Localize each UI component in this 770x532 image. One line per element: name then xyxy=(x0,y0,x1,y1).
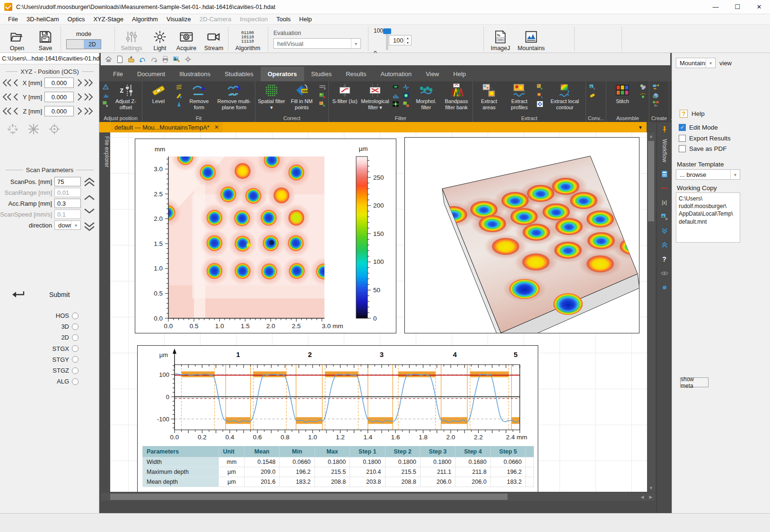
create3-icon[interactable]: S+ xyxy=(651,100,660,108)
extract-profiles-button[interactable]: Extract profiles xyxy=(504,82,534,111)
lines-yellow-icon[interactable] xyxy=(175,83,183,91)
menu-algorithm[interactable]: Algorithm xyxy=(128,15,162,24)
record-icon[interactable] xyxy=(659,282,670,293)
spin-down-icon[interactable]: ▼ xyxy=(404,40,411,45)
link-green-icon[interactable] xyxy=(639,92,647,99)
map-plus-icon[interactable] xyxy=(101,100,110,108)
tab-list-chevron-icon[interactable]: ▼ xyxy=(638,125,643,130)
intensity-spinbox[interactable]: 100 ▲▼ xyxy=(389,35,411,45)
map-mini-icon[interactable] xyxy=(402,100,410,108)
step-far-right-icon[interactable] xyxy=(83,93,94,101)
mountains-button[interactable]: Mountains xyxy=(516,27,547,52)
spot-green-icon[interactable] xyxy=(402,92,410,99)
lines-gray-icon[interactable] xyxy=(318,83,326,91)
radio-circle[interactable] xyxy=(72,334,79,341)
radio-circle[interactable] xyxy=(72,378,79,385)
radio-hos[interactable]: HOS xyxy=(49,312,79,319)
ribbon-tab-view[interactable]: View xyxy=(419,67,446,81)
map-x-icon[interactable] xyxy=(318,92,326,99)
undo-icon[interactable] xyxy=(138,54,147,64)
capsule-icon[interactable] xyxy=(588,92,596,99)
pulse-icon[interactable] xyxy=(402,83,410,91)
help-context-icon[interactable]: ? xyxy=(659,254,670,264)
imageadd-icon[interactable] xyxy=(172,54,181,64)
scroll-down-icon[interactable]: ▼ xyxy=(647,484,655,492)
radio-circle[interactable] xyxy=(72,356,79,363)
goto-center-icon[interactable] xyxy=(48,123,61,135)
step-right-icon[interactable] xyxy=(76,93,83,101)
stitch-button[interactable]: Stitch xyxy=(607,82,638,105)
chevron-down-icon[interactable]: ▾ xyxy=(730,170,740,179)
mode-toggle-2d[interactable]: 2D xyxy=(84,40,101,49)
step-right-icon[interactable] xyxy=(76,107,83,115)
master-template-select[interactable]: ... browse ▾ xyxy=(676,169,740,180)
checkbox-box[interactable]: ✓ xyxy=(679,124,686,131)
chevron-down-icon[interactable]: ▾ xyxy=(351,39,360,48)
help-button[interactable]: ? Help xyxy=(680,110,705,118)
stop-axes-icon[interactable] xyxy=(27,123,40,135)
scroll-left-icon[interactable]: ◀ xyxy=(638,493,647,501)
scan-param-input[interactable]: 0.3 xyxy=(54,199,81,208)
fill-in-nm-points-button[interactable]: NMFill in NM points xyxy=(287,82,317,111)
step-left-icon[interactable] xyxy=(12,93,19,101)
ribbon-tab-studies[interactable]: Studies xyxy=(304,67,339,81)
home-icon[interactable] xyxy=(104,54,113,64)
collapse-down-icon[interactable] xyxy=(659,226,670,236)
checkbox-box[interactable] xyxy=(679,135,686,142)
menu-file[interactable]: File xyxy=(4,15,22,24)
save-button[interactable]: Save xyxy=(33,27,58,52)
show-meta-button[interactable]: show meta xyxy=(680,377,709,387)
file-explorer-collapsed[interactable]: File explorer xyxy=(101,132,110,270)
create2-icon[interactable] xyxy=(651,92,660,99)
calculator-icon[interactable] xyxy=(659,169,670,179)
evaluation-select[interactable]: heliVisual▾ xyxy=(273,38,361,49)
radio-2d[interactable]: 2D xyxy=(49,334,79,341)
ruler-icon[interactable] xyxy=(659,183,670,193)
maximize-button[interactable]: ☐ xyxy=(726,0,748,14)
hscroll-thumb[interactable] xyxy=(110,494,508,500)
chevron-down-icon[interactable]: ▾ xyxy=(71,221,80,229)
direction-select[interactable]: down▾ xyxy=(54,220,81,230)
spatial-filter-button[interactable]: Spatial filter ▾ xyxy=(256,82,287,111)
vertical-scrollbar[interactable]: ▲ ▼ xyxy=(647,132,655,492)
step-far-right-icon[interactable] xyxy=(83,107,94,115)
step-far-right-icon[interactable] xyxy=(83,78,94,87)
radio-stgz[interactable]: STGZ xyxy=(49,367,79,374)
arrows-blue-icon[interactable] xyxy=(535,100,544,108)
map-dots-icon[interactable] xyxy=(535,83,544,91)
down-icon[interactable] xyxy=(83,208,96,215)
stream-button[interactable]: Stream xyxy=(201,27,226,52)
step-left-icon[interactable] xyxy=(12,78,19,87)
eye-icon[interactable] xyxy=(659,268,670,279)
view-select[interactable]: Mountains ▾ xyxy=(676,58,716,68)
imagej-button[interactable]: %TIFF ImageJ xyxy=(488,27,513,52)
double-down-icon[interactable] xyxy=(83,221,96,232)
checkbox-save-as-pdf[interactable]: Save as PDF xyxy=(679,145,727,152)
remove-form-button[interactable]: Remove form xyxy=(184,82,214,111)
close-tab-icon[interactable]: ✕ xyxy=(214,124,219,131)
profile-panel[interactable]: 0.00.20.40.60.81.01.21.41.61.82.02.22.4 … xyxy=(137,345,538,492)
checkbox-export-results[interactable]: Export Results xyxy=(679,135,731,142)
slider-handle[interactable] xyxy=(383,28,391,34)
move-origin-icon[interactable] xyxy=(7,123,19,135)
menu-xyz-stage[interactable]: XYZ-Stage xyxy=(89,15,128,24)
step-left-icon[interactable] xyxy=(12,107,19,115)
open-button[interactable]: Open xyxy=(5,27,29,52)
menu-optics[interactable]: Optics xyxy=(63,15,89,24)
step-far-left-icon[interactable] xyxy=(2,93,12,101)
minimize-button[interactable]: — xyxy=(705,0,726,14)
create1-icon[interactable] xyxy=(651,83,660,91)
radio-3d[interactable]: 3D xyxy=(49,323,79,330)
level-button[interactable]: Level xyxy=(143,82,174,105)
ribbon-tab-studiables[interactable]: Studiables xyxy=(218,67,261,81)
ribbon-tab-illustrations[interactable]: Illustrations xyxy=(172,67,218,81)
scan-param-input[interactable]: 75 xyxy=(54,177,81,186)
close-button[interactable]: ✕ xyxy=(748,0,770,14)
image-operator-icon[interactable] xyxy=(659,211,670,222)
step-right-icon[interactable] xyxy=(76,78,83,87)
radio-circle[interactable] xyxy=(72,367,79,374)
import-icon[interactable] xyxy=(126,54,136,64)
document-tab[interactable]: default --- Mou...MountainsTempA*✕ xyxy=(111,122,223,132)
band-small-icon[interactable] xyxy=(391,83,400,91)
algorithm-button[interactable]: 011001011011110 Algorithm xyxy=(233,27,263,52)
